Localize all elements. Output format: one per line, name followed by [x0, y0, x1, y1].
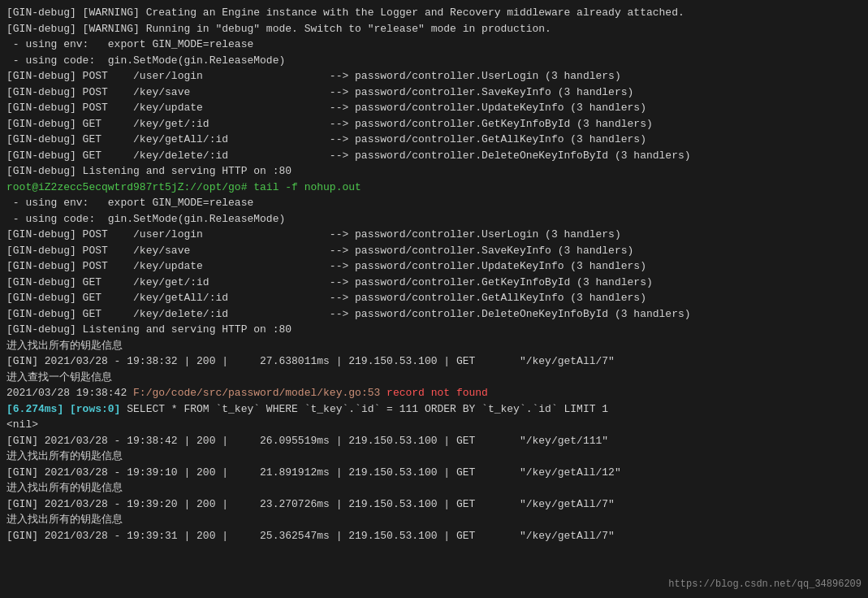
terminal-line: [GIN-debug] Listening and serving HTTP o… [6, 163, 862, 180]
terminal-line: [GIN-debug] GET /key/delete/:id --> pass… [6, 306, 862, 323]
terminal-line: [GIN-debug] GET /key/getAll/:id --> pass… [6, 132, 862, 148]
terminal-line: 进入查找一个钥匙信息 [6, 370, 862, 386]
terminal-line: [GIN-debug] POST /key/update --> passwor… [6, 100, 862, 116]
terminal-line: 2021/03/28 19:38:42 F:/go/code/src/passw… [6, 385, 862, 401]
terminal-line: root@iZ2zecc5ecqwtrd987rt5jZ://opt/go# t… [6, 180, 862, 196]
terminal-line: - using code: gin.SetMode(gin.ReleaseMod… [6, 53, 862, 69]
terminal-line: [GIN-debug] POST /key/update --> passwor… [6, 258, 862, 275]
terminal-line: 进入找出所有的钥匙信息 [6, 480, 862, 496]
terminal-line: [GIN-debug] GET /key/get/:id --> passwor… [6, 275, 862, 291]
terminal-line: [GIN-debug] POST /user/login --> passwor… [6, 68, 862, 84]
terminal-line: - using code: gin.SetMode(gin.ReleaseMod… [6, 211, 862, 228]
terminal-line: [GIN] 2021/03/28 - 19:39:20 | 200 | 23.2… [6, 496, 862, 513]
terminal-line: [GIN] 2021/03/28 - 19:39:10 | 200 | 21.8… [6, 465, 862, 481]
terminal-line: [GIN-debug] GET /key/delete/:id --> pass… [6, 148, 862, 164]
terminal-line: [GIN-debug] [WARNING] Creating an Engine… [6, 5, 862, 21]
terminal-line: [6.274ms] [rows:0] SELECT * FROM `t_key`… [6, 401, 862, 418]
terminal-line: [GIN-debug] GET /key/get/:id --> passwor… [6, 116, 862, 132]
watermark: https://blog.csdn.net/qq_34896209 [668, 577, 862, 592]
terminal-line: <nil> [6, 417, 862, 433]
terminal-line: [GIN-debug] POST /key/save --> password/… [6, 243, 862, 259]
terminal-line: - using env: export GIN_MODE=release [6, 195, 862, 211]
terminal-line: [GIN-debug] [WARNING] Running in "debug"… [6, 21, 862, 37]
terminal-line: 进入找出所有的钥匙信息 [6, 338, 862, 354]
terminal-line: [GIN] 2021/03/28 - 19:39:31 | 200 | 25.3… [6, 528, 862, 544]
terminal-line: [GIN-debug] POST /user/login --> passwor… [6, 227, 862, 243]
terminal-line: - using env: export GIN_MODE=release [6, 37, 862, 53]
terminal-line: [GIN-debug] Listening and serving HTTP o… [6, 322, 862, 338]
terminal-line: [GIN] 2021/03/28 - 19:38:42 | 200 | 26.0… [6, 433, 862, 449]
terminal-output: [GIN-debug] [WARNING] Creating an Engine… [6, 5, 862, 544]
terminal-line: 进入找出所有的钥匙信息 [6, 448, 862, 465]
terminal-line: [GIN] 2021/03/28 - 19:38:32 | 200 | 27.6… [6, 353, 862, 370]
terminal-line: [GIN-debug] POST /key/save --> password/… [6, 84, 862, 101]
terminal-window: [GIN-debug] [WARNING] Creating an Engine… [0, 0, 868, 598]
terminal-line: [GIN-debug] GET /key/getAll/:id --> pass… [6, 290, 862, 306]
terminal-line: 进入找出所有的钥匙信息 [6, 512, 862, 528]
